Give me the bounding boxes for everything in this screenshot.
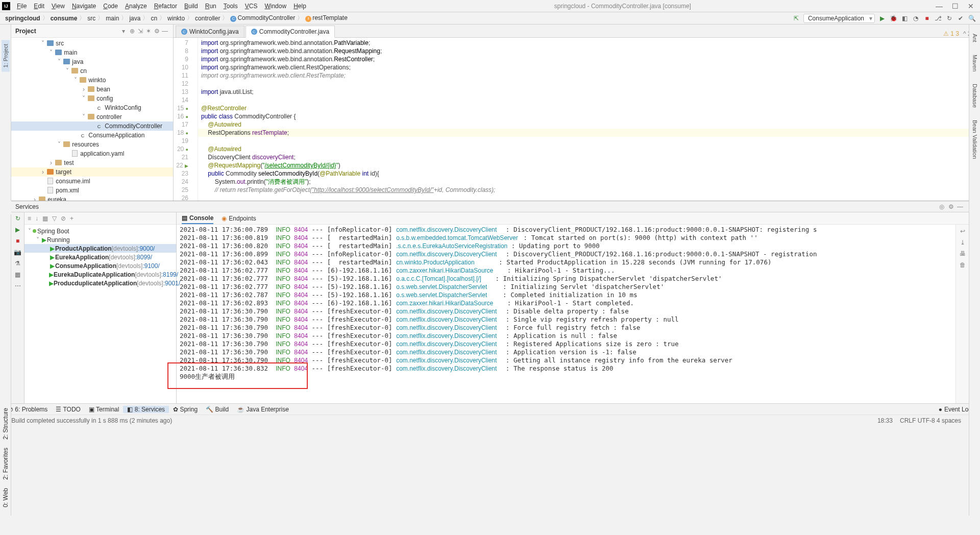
tree-grid-icon[interactable]: ▦ <box>42 215 48 222</box>
locate-icon[interactable]: ⊕ <box>128 28 136 35</box>
maximize-button[interactable]: ☐ <box>952 2 959 10</box>
tree-bean[interactable]: › bean <box>11 85 173 94</box>
compass-icon[interactable]: ⇱ <box>792 14 800 22</box>
stop-button[interactable]: ■ <box>923 14 931 22</box>
tree-winkto[interactable]: ˅ winkto <box>11 76 173 85</box>
menu-window[interactable]: Window <box>261 3 290 10</box>
minimize-button[interactable]: — <box>936 2 943 10</box>
database-tab[interactable]: Database <box>971 80 979 112</box>
more-icon[interactable]: ⋯ <box>14 282 22 290</box>
services-gear-icon[interactable]: ⚙ <box>946 203 955 210</box>
crumb-restTemplate[interactable]: frestTemplate <box>304 14 349 22</box>
services-tree[interactable]: ˅Spring Boot˅▶Running▶ProductApplication… <box>24 225 176 403</box>
crumb-src[interactable]: src <box>86 15 96 22</box>
update-button[interactable]: ↻ <box>945 14 953 22</box>
crumb-winkto[interactable]: winkto <box>166 15 186 22</box>
tree-WinktoConfig[interactable]: C WinktoConfig <box>11 103 173 112</box>
crumb-consume[interactable]: consume <box>50 15 79 22</box>
menu-code[interactable]: Code <box>100 3 121 10</box>
tree-eureka[interactable]: › eureka <box>11 195 173 201</box>
profile-button[interactable]: ◔ <box>912 14 920 22</box>
svc-running[interactable]: ˅▶Running <box>24 235 176 244</box>
tree-test[interactable]: › test <box>11 158 173 167</box>
svc-ProducduplicatetApplication[interactable]: ▶ProducduplicatetApplication [devtools] … <box>24 279 176 287</box>
tab-CommodityController.java[interactable]: CCommodityController.java <box>246 26 335 38</box>
menu-tools[interactable]: Tools <box>220 3 241 10</box>
project-tree[interactable]: ˅ src˅ main˅ java˅ cn˅ winkto› bean˅ con… <box>11 38 173 201</box>
stop-icon[interactable]: ■ <box>14 237 22 245</box>
bottom-TODO[interactable]: ☰ TODO <box>52 406 85 413</box>
tree-application.yaml[interactable]: application.yaml <box>11 149 173 158</box>
tree-resources[interactable]: ˅ resources <box>11 140 173 149</box>
svc-EurekaDuplicateApplication[interactable]: ▶EurekaDuplicateApplication [devtools] :… <box>24 270 176 279</box>
commit-button[interactable]: ✔ <box>957 14 965 22</box>
menu-build[interactable]: Build <box>181 3 202 10</box>
rerun-icon[interactable]: ↻ <box>14 214 22 223</box>
tree-stop-icon[interactable]: ⊘ <box>61 215 66 222</box>
crumb-java[interactable]: java <box>128 15 141 22</box>
tree-cn[interactable]: ˅ cn <box>11 66 173 76</box>
bottom-8-Services[interactable]: ◧ 8: Services <box>123 406 169 413</box>
bottom-Terminal[interactable]: ▣ Terminal <box>85 406 123 413</box>
maven-tab[interactable]: Maven <box>971 51 979 76</box>
endpoints-tab[interactable]: ◉ Endpoints <box>222 213 256 224</box>
tree-expand-icon[interactable]: ≡ <box>28 215 31 222</box>
bean-validation-tab[interactable]: Bean Validation <box>971 116 979 163</box>
menu-file[interactable]: File <box>13 3 30 10</box>
bottom-Spring[interactable]: ✿ Spring <box>169 406 202 413</box>
project-tool-tab[interactable]: 1: Project <box>2 40 10 71</box>
clear-icon[interactable]: 🗑 <box>960 261 966 269</box>
menu-run[interactable]: Run <box>202 3 220 10</box>
menu-edit[interactable]: Edit <box>30 3 48 10</box>
services-hide-icon[interactable]: — <box>955 203 965 210</box>
tree-src[interactable]: ˅ src <box>11 39 173 48</box>
menu-navigate[interactable]: Navigate <box>68 3 100 10</box>
svc-ProductApplication[interactable]: ▶ProductApplication [devtools] :9000/ <box>24 244 176 253</box>
tree-java[interactable]: ˅ java <box>11 57 173 66</box>
crumb-springcloud[interactable]: springcloud <box>4 15 41 22</box>
console-output[interactable]: 2021-08-11 17:36:00.789 INFO 8404 --- [n… <box>177 225 955 403</box>
services-settings-icon[interactable]: ◎ <box>937 203 946 210</box>
tree-main[interactable]: ˅ main <box>11 48 173 57</box>
menu-view[interactable]: View <box>48 3 68 10</box>
tree-CommodityController[interactable]: C CommodityController <box>11 121 173 131</box>
inspection-warnings[interactable]: ⚠ 1 3 <box>943 30 959 37</box>
run-button[interactable]: ▶ <box>878 14 886 22</box>
tree-collapse-icon[interactable]: ↓ <box>35 215 38 222</box>
tree-pom.xml[interactable]: pom.xml <box>11 186 173 195</box>
collapse-icon[interactable]: ✶ <box>144 28 153 35</box>
file-encoding[interactable]: CRLF UTF-8 4 spaces <box>900 417 961 424</box>
camera-icon[interactable]: 📷 <box>14 248 22 256</box>
svc-EurekaApplication[interactable]: ▶EurekaApplication [devtools] :8099/ <box>24 253 176 261</box>
editor-gutter[interactable]: 789101112131415 ●16 ●1718 ●1920 ●2122 ▶2… <box>174 38 198 201</box>
expand-icon[interactable]: ⇲ <box>136 28 144 35</box>
svc-ConsumeApplication[interactable]: ▶ConsumeApplication [devtools] :9100/ <box>24 261 176 270</box>
git-button[interactable]: ⎇ <box>934 14 942 22</box>
tab-WinktoConfig.java[interactable]: CWinktoConfig.java <box>176 26 244 37</box>
scroll-end-icon[interactable]: ⤓ <box>960 239 965 246</box>
console-tab[interactable]: ▤ Console <box>182 213 213 224</box>
bottom-6-Problems[interactable]: ⊘ 6: Problems <box>4 406 52 413</box>
favorites-tab[interactable]: 2: Favorites <box>1 444 10 484</box>
crumb-controller[interactable]: controller <box>194 15 221 22</box>
tree-config[interactable]: ˅ config <box>11 94 173 103</box>
crumb-main[interactable]: main <box>105 15 120 22</box>
run-config-selector[interactable]: ConsumeApplication▾ <box>803 14 875 23</box>
bottom-Build[interactable]: 🔨 Build <box>202 406 233 413</box>
ant-tab[interactable]: Ant <box>971 30 979 46</box>
filter-icon[interactable]: ⚗ <box>14 259 22 268</box>
menu-analyze[interactable]: Analyze <box>121 3 151 10</box>
soft-wrap-icon[interactable]: ↩ <box>960 228 965 235</box>
settings-icon[interactable]: ⚙ <box>153 28 161 35</box>
tree-filter-icon[interactable]: ▽ <box>52 215 57 222</box>
menu-vcs[interactable]: VCS <box>241 3 261 10</box>
print-icon[interactable]: 🖶 <box>960 250 966 257</box>
tree-consume.iml[interactable]: consume.iml <box>11 177 173 186</box>
tree-ConsumeApplication[interactable]: C ConsumeApplication <box>11 131 173 140</box>
crumb-CommodityController[interactable]: CCommodityController <box>229 14 296 22</box>
crumb-cn[interactable]: cn <box>150 15 158 22</box>
web-tab[interactable]: 0: Web <box>1 484 10 512</box>
search-everywhere-icon[interactable]: 🔍 <box>968 14 976 22</box>
coverage-button[interactable]: ◧ <box>900 14 909 22</box>
tree-target[interactable]: › target <box>11 167 173 177</box>
